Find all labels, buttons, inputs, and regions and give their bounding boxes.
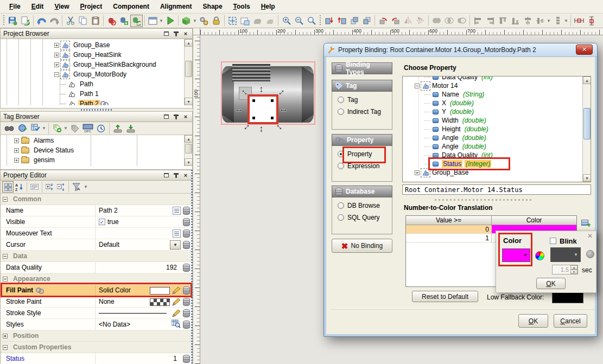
tree-item-x[interactable]: X(double) <box>424 99 474 107</box>
expand-icon[interactable] <box>54 43 59 48</box>
project-tree-scrollbar[interactable]: ▲ ▼ <box>184 39 192 105</box>
shape-handle[interactable] <box>271 99 274 102</box>
search-binoculars-icon[interactable] <box>3 123 16 135</box>
new-tag-icon[interactable] <box>50 123 64 135</box>
flip-horizontal-icon[interactable] <box>402 15 414 27</box>
float-icon[interactable] <box>162 30 170 37</box>
section-appearance[interactable]: Appearance <box>1 273 192 285</box>
close-icon[interactable] <box>182 172 189 179</box>
float-icon[interactable] <box>162 113 170 120</box>
gears-icon[interactable] <box>198 15 210 27</box>
tree-item-width[interactable]: Width(double) <box>424 116 486 125</box>
expand-icon[interactable] <box>14 148 19 153</box>
scroll-up-icon[interactable]: ▲ <box>185 39 193 47</box>
ok-button[interactable]: OK <box>518 314 548 328</box>
dialog-close-button[interactable]: ✕ <box>576 44 593 55</box>
binding-icon[interactable] <box>183 229 190 238</box>
match-height-icon[interactable] <box>585 15 598 27</box>
resize-arrow-right[interactable]: ↔ <box>279 104 288 113</box>
pin-icon[interactable] <box>172 113 180 120</box>
radio-icon[interactable] <box>338 97 344 103</box>
binding-icon[interactable] <box>183 264 190 272</box>
tag-folder-alarms[interactable]: Alarms <box>14 136 55 145</box>
menu-help[interactable]: Help <box>256 1 280 12</box>
order-forward-icon[interactable] <box>323 15 335 27</box>
tree-item-motor-14[interactable]: Motor 14 <box>415 81 458 90</box>
caret-icon[interactable]: ▼ <box>42 123 47 134</box>
distribute-caret-icon[interactable]: ▼ <box>564 15 569 26</box>
pin-icon[interactable] <box>172 30 180 37</box>
splitter-dots[interactable] <box>435 199 532 201</box>
tag-folder-label[interactable]: Alarms <box>32 137 55 144</box>
add-row-button[interactable] <box>579 217 590 228</box>
tree-item-group-motorbody[interactable]: Group_MotorBody <box>54 69 128 79</box>
align-top-icon[interactable] <box>497 15 509 27</box>
rotate-cw-icon[interactable] <box>377 15 389 27</box>
radio-icon[interactable] <box>338 214 344 221</box>
menu-edit[interactable]: Edit <box>27 1 49 12</box>
scroll-up-icon[interactable]: ▲ <box>185 135 193 143</box>
undo-icon[interactable] <box>35 15 48 27</box>
tree-item-label[interactable]: X <box>442 99 446 107</box>
tree-item-label[interactable]: Data Quality <box>442 151 478 159</box>
pin-icon[interactable] <box>172 172 180 179</box>
intersection-icon[interactable] <box>443 15 455 27</box>
radio-property[interactable]: Property <box>332 146 392 158</box>
pencil-icon[interactable] <box>172 309 181 317</box>
deploy-cube-icon[interactable] <box>180 15 193 27</box>
dialog-titlebar[interactable]: Property Binding: Root Container.Motor 1… <box>324 43 597 57</box>
db-sync-icon[interactable] <box>130 15 143 27</box>
db-download-icon[interactable] <box>118 15 130 27</box>
rotate-ccw-icon[interactable] <box>389 15 402 27</box>
play-icon[interactable] <box>164 15 176 27</box>
shape-disabled-1-icon[interactable] <box>251 15 264 27</box>
caret-icon[interactable]: ▼ <box>84 182 88 193</box>
tree-item-label[interactable]: Motor 14 <box>432 82 458 90</box>
center-vertical-icon[interactable] <box>534 15 547 27</box>
radio-db-browse[interactable]: DB Browse <box>332 197 392 209</box>
tree-scrollbar[interactable]: ▲ ▼ <box>582 76 591 182</box>
binding-icon[interactable] <box>183 298 190 306</box>
collapse-icon[interactable] <box>3 197 8 202</box>
section-position[interactable]: Position <box>1 330 192 342</box>
cancel-button[interactable]: Cancel <box>554 314 587 328</box>
import-icon[interactable] <box>111 123 124 135</box>
collapse-all-icon[interactable] <box>55 181 67 193</box>
tree-item-label[interactable]: Path <box>78 80 95 88</box>
menu-shape[interactable]: Shape <box>198 1 227 12</box>
pencil-icon[interactable] <box>172 286 181 295</box>
tag-grid-icon[interactable] <box>29 123 42 135</box>
radio-icon[interactable] <box>338 108 344 115</box>
blink-color-swatch[interactable]: ▼ <box>550 247 581 262</box>
tree-item-data-quality-partial[interactable]: Data Quality (int) <box>424 76 493 81</box>
radio-tag[interactable]: Tag <box>332 92 392 104</box>
tree-item-group-heatsinkbackground[interactable]: Group_HeatSinkBackground <box>54 60 158 69</box>
binding-icon[interactable] <box>183 207 190 215</box>
tree-item-data-quality[interactable]: Data Quality(int) <box>424 151 493 159</box>
fill-color-swatch[interactable] <box>150 287 170 295</box>
close-icon[interactable] <box>182 30 189 37</box>
binding-icon[interactable] <box>183 218 190 226</box>
tree-item-height[interactable]: Height(double) <box>424 125 488 133</box>
property-value[interactable]: Path 2 <box>99 207 118 214</box>
tree-item-label[interactable]: Status <box>442 160 462 168</box>
menu-tools[interactable]: Tools <box>228 1 255 12</box>
opc-icon[interactable]: OPC <box>81 123 94 135</box>
text-edit-icon[interactable] <box>173 229 181 238</box>
tree-item-angle-1[interactable]: Angle(double) <box>424 133 486 142</box>
tree-item-label[interactable]: Group_MotorBody <box>72 71 128 78</box>
sort-az-icon[interactable]: AZ <box>14 181 25 193</box>
tree-item-path[interactable]: Path <box>60 79 95 89</box>
tree-item-y[interactable]: Y(double) <box>424 107 474 116</box>
expand-icon[interactable] <box>14 158 19 163</box>
radio-icon[interactable] <box>338 202 344 209</box>
tree-item-angle-2[interactable]: Angle(double) <box>424 142 486 151</box>
tree-item-label[interactable]: Width <box>442 117 459 124</box>
section-common[interactable]: Common <box>1 194 192 205</box>
tree-item-label-selected[interactable]: Path 2 <box>78 100 100 105</box>
popup-ok-button[interactable]: OK <box>536 278 566 289</box>
menu-alignment[interactable]: Alignment <box>155 1 197 12</box>
zoom-in-icon[interactable] <box>280 15 293 27</box>
popup-close-icon[interactable]: ✕ <box>587 232 593 240</box>
stroke-color-swatch[interactable] <box>150 298 170 306</box>
